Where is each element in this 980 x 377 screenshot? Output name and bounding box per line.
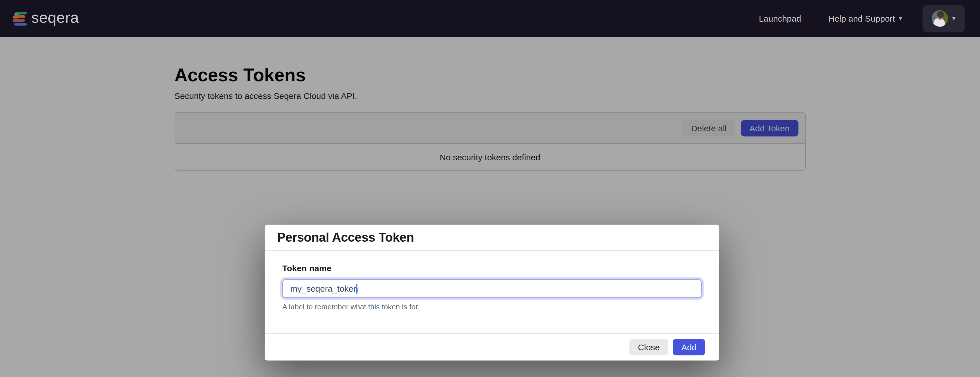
caret-down-icon: ▾ <box>899 15 902 22</box>
nav-link-launchpad-label: Launchpad <box>759 14 801 23</box>
add-button[interactable]: Add <box>673 339 705 355</box>
main-content: Access Tokens Security tokens to access … <box>0 37 980 377</box>
text-cursor <box>356 284 357 294</box>
navbar-right: Launchpad Help and Support ▾ ▾ <box>745 5 965 32</box>
close-button[interactable]: Close <box>630 339 668 355</box>
top-navbar: seqera Launchpad Help and Support ▾ ▾ <box>0 0 980 37</box>
nav-link-launchpad[interactable]: Launchpad <box>745 14 815 23</box>
nav-link-help-and-support[interactable]: Help and Support ▾ <box>815 14 916 23</box>
personal-access-token-modal: Personal Access Token Token name A label… <box>265 225 719 361</box>
modal-title: Personal Access Token <box>277 230 414 245</box>
token-name-helper-text: A label to remember what this token is f… <box>282 303 702 311</box>
app-root: seqera Launchpad Help and Support ▾ ▾ Ac… <box>0 0 980 377</box>
token-name-input[interactable] <box>282 279 702 298</box>
caret-down-icon: ▾ <box>952 15 955 22</box>
avatar <box>932 10 948 27</box>
seqera-logo-text: seqera <box>31 10 79 25</box>
modal-header: Personal Access Token <box>265 225 719 251</box>
nav-link-help-label: Help and Support <box>828 14 895 23</box>
seqera-logo-icon <box>13 11 27 26</box>
seqera-logo[interactable]: seqera <box>13 11 79 26</box>
modal-body: Token name A label to remember what this… <box>265 251 719 333</box>
user-menu-button[interactable]: ▾ <box>923 5 965 32</box>
token-name-label: Token name <box>282 263 702 273</box>
modal-footer: Close Add <box>265 333 719 361</box>
token-name-input-wrap <box>282 279 702 298</box>
